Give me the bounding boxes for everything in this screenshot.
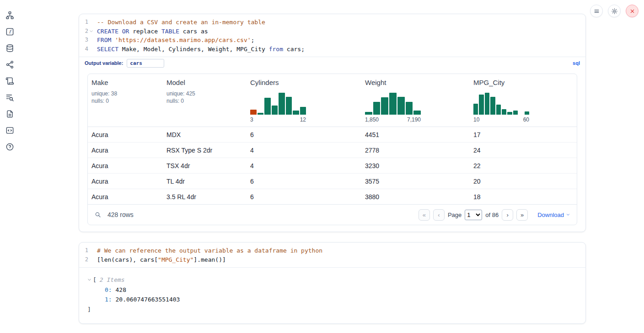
histogram-bar bbox=[525, 111, 529, 115]
table-cell: 3575 bbox=[361, 174, 470, 189]
histogram-bar bbox=[373, 102, 381, 115]
page-select[interactable]: 1 bbox=[465, 210, 482, 220]
table-cell: 18 bbox=[470, 189, 577, 204]
table-cell: 6 bbox=[247, 174, 361, 189]
histogram-bar bbox=[365, 112, 372, 115]
histogram-bar bbox=[272, 106, 278, 115]
table-cell: TSX 4dr bbox=[163, 158, 247, 173]
chevron-down-icon bbox=[566, 212, 570, 217]
table-cell: Acura bbox=[88, 174, 163, 189]
table-cell: 22 bbox=[470, 158, 577, 173]
table-cell: 6 bbox=[247, 189, 361, 204]
column-summary: nulls: 0 bbox=[166, 97, 243, 105]
histogram-bar bbox=[258, 113, 264, 115]
code-line[interactable]: 1-- Download a CSV and create an in-memo… bbox=[79, 18, 585, 27]
variables-icon[interactable]: f bbox=[5, 26, 15, 37]
snippets-icon[interactable] bbox=[5, 125, 15, 135]
dependency-graph-icon[interactable] bbox=[5, 59, 15, 69]
table-cell: 3880 bbox=[361, 189, 470, 204]
language-badge[interactable]: sql bbox=[573, 60, 580, 66]
table-row: AcuraTSX 4dr4323022 bbox=[88, 158, 577, 174]
table-cell: 2778 bbox=[361, 143, 470, 158]
line-number: 4 bbox=[79, 45, 88, 54]
histogram-bar bbox=[490, 97, 495, 115]
column-header[interactable]: Cylinders312 bbox=[247, 74, 361, 127]
line-number: 1 bbox=[79, 18, 88, 27]
table-row: AcuraTL 4dr6357520 bbox=[88, 174, 577, 189]
python-cell: 1# We can reference the output variable … bbox=[79, 242, 586, 324]
table-cell: TL 4dr bbox=[163, 174, 247, 189]
prev-page-button[interactable]: ‹ bbox=[433, 209, 445, 221]
row-count: 428 rows bbox=[107, 211, 134, 218]
tree-entry: 0: 428 bbox=[87, 285, 577, 295]
code-line[interactable]: 2CREATE OR replace TABLE cars as bbox=[79, 27, 585, 36]
menu-icon bbox=[593, 8, 600, 15]
sql-code-editor[interactable]: 1-- Download a CSV and create an in-memo… bbox=[79, 14, 585, 57]
documentation-icon[interactable] bbox=[5, 109, 15, 119]
tree-entry-key: 0: bbox=[105, 286, 112, 293]
table-row: AcuraRSX Type S 2dr4277824 bbox=[88, 143, 577, 158]
fold-chevron-icon[interactable] bbox=[88, 27, 94, 36]
histogram-bar bbox=[406, 102, 413, 115]
histogram-bar bbox=[502, 109, 506, 115]
table-cell: 20 bbox=[470, 174, 577, 189]
output-variable-input[interactable] bbox=[127, 59, 164, 68]
histogram-bar bbox=[264, 98, 271, 115]
histogram-bar bbox=[513, 111, 518, 115]
histogram-bar bbox=[250, 110, 257, 115]
close-bracket: ] bbox=[87, 305, 91, 315]
svg-text:f: f bbox=[9, 29, 12, 34]
table-row: Acura3.5 RL 4dr6388018 bbox=[88, 189, 577, 204]
sql-cell: 1-- Download a CSV and create an in-memo… bbox=[79, 14, 586, 232]
code-line[interactable]: 1# We can reference the output variable … bbox=[79, 246, 585, 255]
histogram-min-label: 3 bbox=[250, 116, 253, 123]
column-label: Cylinders bbox=[250, 79, 358, 86]
column-header[interactable]: Makeunique: 38nulls: 0 bbox=[88, 74, 163, 127]
gear-icon bbox=[611, 8, 618, 15]
search-icon[interactable] bbox=[94, 211, 102, 218]
column-header[interactable]: Modelunique: 425nulls: 0 bbox=[163, 74, 247, 127]
column-label: Weight bbox=[365, 79, 466, 86]
notebook: 1-- Download a CSV and create an in-memo… bbox=[79, 14, 586, 324]
code-line[interactable]: 2[len(cars), cars["MPG_City"].mean()] bbox=[79, 255, 585, 264]
column-histogram bbox=[473, 92, 529, 115]
logs-icon[interactable] bbox=[5, 76, 15, 86]
table-cell: 17 bbox=[470, 127, 577, 142]
histogram-bar bbox=[389, 93, 397, 115]
line-number: 1 bbox=[79, 246, 88, 255]
items-count-label: 2 Items bbox=[100, 275, 125, 285]
file-explorer-icon[interactable] bbox=[5, 10, 15, 20]
collapse-toggle-icon[interactable] bbox=[87, 278, 93, 282]
histogram-bar bbox=[300, 107, 306, 115]
code-line[interactable]: 3FROM 'https://datasets.marimo.app/cars.… bbox=[79, 36, 585, 45]
table-row: AcuraMDX6445117 bbox=[88, 127, 577, 143]
line-number: 3 bbox=[79, 36, 88, 45]
table-cell: Acura bbox=[88, 143, 163, 158]
table-cell: Acura bbox=[88, 158, 163, 173]
tree-entry: 1: 20.060747663551403 bbox=[87, 295, 577, 305]
histogram-bar bbox=[286, 97, 292, 115]
table-body: AcuraMDX6445117AcuraRSX Type S 2dr427782… bbox=[88, 127, 577, 205]
find-replace-icon[interactable] bbox=[5, 92, 15, 102]
next-page-button[interactable]: › bbox=[502, 209, 513, 221]
histogram-bar bbox=[381, 97, 388, 115]
histogram-max-label: 60 bbox=[523, 116, 529, 123]
table-cell: 4 bbox=[247, 143, 361, 158]
column-header[interactable]: MPG_City1060 bbox=[470, 74, 577, 127]
shutdown-button[interactable] bbox=[626, 5, 639, 17]
help-icon[interactable] bbox=[5, 142, 15, 152]
column-header[interactable]: Weight1,8507,190 bbox=[361, 74, 470, 127]
python-output: [ 2 Items 0: 4281: 20.060747663551403 ] bbox=[79, 267, 585, 323]
download-button[interactable]: Download bbox=[537, 211, 570, 218]
menu-button[interactable] bbox=[590, 5, 603, 17]
settings-button[interactable] bbox=[608, 5, 621, 17]
code-line[interactable]: 4SELECT Make, Model, Cylinders, Weight, … bbox=[79, 45, 585, 54]
last-page-button[interactable]: » bbox=[516, 209, 528, 221]
table-cell: 3230 bbox=[361, 158, 470, 173]
python-code-editor[interactable]: 1# We can reference the output variable … bbox=[79, 243, 585, 267]
column-summary: unique: 425 bbox=[166, 90, 243, 97]
column-label: MPG_City bbox=[473, 79, 573, 86]
data-sources-icon[interactable] bbox=[5, 43, 15, 53]
table-cell: 4451 bbox=[361, 127, 470, 142]
first-page-button[interactable]: « bbox=[419, 209, 430, 221]
